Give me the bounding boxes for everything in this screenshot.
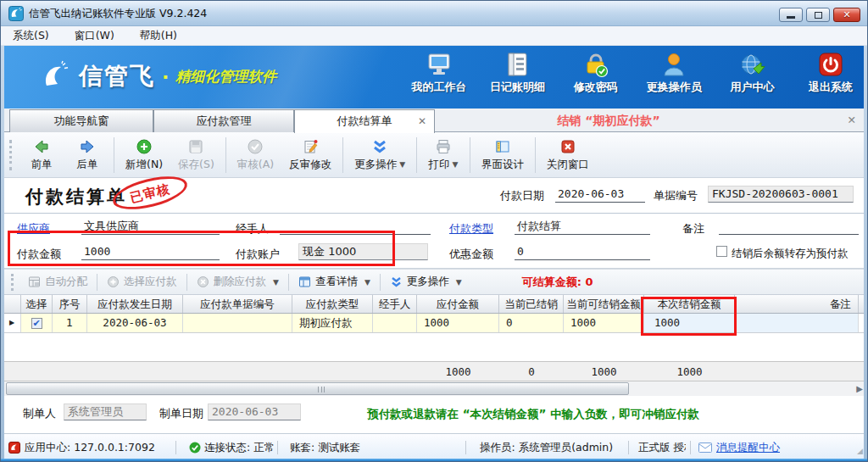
minimize-button[interactable] xyxy=(779,8,803,22)
change-password-button[interactable]: 修改密码 xyxy=(563,51,629,95)
switch-operator-button[interactable]: 更换操作员 xyxy=(641,51,707,95)
account-field[interactable]: 现金 1000 xyxy=(298,243,428,260)
statusbar-separator xyxy=(628,441,629,454)
prev-doc-button[interactable]: 前单 xyxy=(19,135,64,175)
pay-type-label[interactable]: 付款类型 xyxy=(449,221,493,237)
delete-x-icon xyxy=(197,276,209,288)
scrollbar-grip-icon xyxy=(318,387,325,392)
toolbar-separator xyxy=(342,137,343,173)
app-window: 信管飞出纳记账软件专业版 V9.2.424 ✕ 系统(S) 窗口(W) 帮助(H… xyxy=(0,0,868,462)
connection-ok-icon xyxy=(189,442,201,454)
view-detail-label: 查看详情 xyxy=(315,275,358,289)
statusbar-separator xyxy=(690,441,691,454)
app-center-text: 应用中心: 127.0.0.1:7092 xyxy=(25,434,155,460)
user-center-button[interactable]: 用户中心 xyxy=(720,51,786,95)
add-icon xyxy=(136,138,153,155)
unaudit-button[interactable]: 反审修改 xyxy=(281,135,339,175)
horizontal-scrollbar[interactable]: ▶ xyxy=(4,381,864,396)
col-seq[interactable]: 序号 xyxy=(53,295,87,313)
save-icon xyxy=(187,138,204,155)
scrollbar-thumb[interactable] xyxy=(6,382,629,395)
menu-help[interactable]: 帮助(H) xyxy=(140,29,177,43)
close-window-button[interactable]: 关闭窗口 xyxy=(539,135,597,175)
amount-field[interactable]: 1000 xyxy=(81,243,220,260)
doc-no-field: FKJSD-20200603-0001 xyxy=(708,186,854,203)
password-lock-icon xyxy=(582,51,609,78)
table-row[interactable]: ▶ ✔ 1 2020-06-03 期初应付款 1000 0 1000 1000 xyxy=(4,314,864,333)
tab-close-icon[interactable]: ✕ xyxy=(418,110,426,132)
col-doc-no[interactable]: 应付款单据编号 xyxy=(183,295,292,313)
toolbar-grip xyxy=(9,140,12,170)
col-available[interactable]: 当前可结销金额 xyxy=(564,295,644,313)
tab-payment-settlement[interactable]: 付款结算单 ✕ xyxy=(294,109,435,133)
pay-type-field[interactable]: 付款结算 xyxy=(515,218,650,235)
discount-field[interactable]: 0 xyxy=(515,243,650,260)
col-date[interactable]: 应付款发生日期 xyxy=(87,295,183,313)
message-center-link[interactable]: 消息提醒中心 xyxy=(716,434,780,460)
summary-available: 1000 xyxy=(564,362,644,382)
toolbar-separator xyxy=(535,137,536,173)
journal-icon xyxy=(504,51,531,78)
strip-close-icon[interactable]: ✕ xyxy=(848,109,856,132)
exit-power-icon xyxy=(817,51,844,78)
col-current[interactable]: 本次结销金额 xyxy=(644,295,735,313)
restore-button[interactable] xyxy=(806,8,830,22)
row-current-cell[interactable]: 1000 xyxy=(644,314,735,332)
brand-logo: 信管飞 · 精细化管理软件 xyxy=(40,60,276,92)
more-chevron-icon xyxy=(371,138,388,155)
summary-payable: 1000 xyxy=(417,362,499,382)
transfer-prepaid-checkbox[interactable] xyxy=(716,246,727,257)
menu-window[interactable]: 窗口(W) xyxy=(75,29,114,43)
window-title: 信管飞出纳记账软件专业版 V9.2.424 xyxy=(29,1,207,26)
save-button[interactable]: 保存(S) xyxy=(170,135,222,175)
operator-text: 操作员: 系统管理员(admin) xyxy=(480,434,613,460)
col-type[interactable]: 应付款类型 xyxy=(292,295,373,313)
exit-system-label: 退出系统 xyxy=(809,80,853,95)
remark-field[interactable] xyxy=(719,218,859,235)
auto-assign-icon xyxy=(28,276,41,288)
exit-system-button[interactable]: 退出系统 xyxy=(798,51,864,95)
supplier-field[interactable]: 文具供应商 xyxy=(81,218,220,235)
view-detail-button[interactable]: 查看详情 ▼ xyxy=(291,272,378,292)
row-select-cell[interactable]: ✔ xyxy=(21,314,53,332)
col-select[interactable]: 选择 xyxy=(21,295,53,313)
scrollbar-right-arrow-icon[interactable]: ▶ xyxy=(856,384,863,393)
table-header-row: 选择 序号 应付款发生日期 应付款单据编号 应付款类型 经手人 应付金额 当前已… xyxy=(4,295,864,314)
ui-design-button[interactable]: 界面设计 xyxy=(474,135,531,175)
add-new-label: 新增(N) xyxy=(125,158,163,172)
close-window-icon xyxy=(559,138,576,155)
tab-navigator[interactable]: 功能导航窗 xyxy=(9,109,153,132)
pay-date-label: 付款日期 xyxy=(500,188,544,203)
more-operations-button[interactable]: 更多操作▼ xyxy=(347,135,413,175)
col-remark[interactable]: 备注 xyxy=(735,295,859,313)
select-payable-button[interactable]: 选择应付款 xyxy=(99,272,185,292)
row-indicator-header xyxy=(4,295,21,313)
close-button[interactable]: ✕ xyxy=(833,8,860,22)
make-date-label: 制单日期 xyxy=(159,406,203,421)
dropdown-caret-icon: ▼ xyxy=(364,278,370,287)
print-button[interactable]: 打印▼ xyxy=(420,135,466,175)
menu-system[interactable]: 系统(S) xyxy=(13,29,49,43)
payable-table: 选择 序号 应付款发生日期 应付款单据编号 应付款类型 经手人 应付金额 当前已… xyxy=(4,295,864,361)
workstation-icon xyxy=(426,51,453,78)
pay-date-field[interactable]: 2020-06-03 xyxy=(555,186,645,203)
audit-button[interactable]: 审核(A) xyxy=(230,135,281,175)
handler-field[interactable] xyxy=(280,218,431,235)
workstation-button[interactable]: 我的工作台 xyxy=(406,51,472,95)
delete-payable-button[interactable]: 删除应付款 ▼ xyxy=(189,272,287,292)
journal-detail-button[interactable]: 日记账明细 xyxy=(484,51,550,95)
row-payable-cell: 1000 xyxy=(417,314,499,332)
add-new-button[interactable]: 新增(N) xyxy=(118,135,170,175)
grid-more-operations-button[interactable]: 更多操作 ▼ xyxy=(382,272,470,292)
window-right-frame xyxy=(864,46,867,459)
auto-assign-button[interactable]: 自动分配 xyxy=(20,272,95,292)
supplier-label[interactable]: 供应商 xyxy=(17,221,50,237)
col-payable[interactable]: 应付金额 xyxy=(417,295,499,313)
tab-payable-management[interactable]: 应付款管理 xyxy=(153,109,294,132)
license-text: 正式版 授权 xyxy=(638,434,686,460)
col-handler[interactable]: 经手人 xyxy=(373,295,417,313)
col-settled[interactable]: 当前已结销 xyxy=(499,295,564,313)
next-doc-button[interactable]: 后单 xyxy=(64,135,110,175)
operator-icon xyxy=(660,51,687,78)
user-center-globe-icon xyxy=(739,51,766,78)
